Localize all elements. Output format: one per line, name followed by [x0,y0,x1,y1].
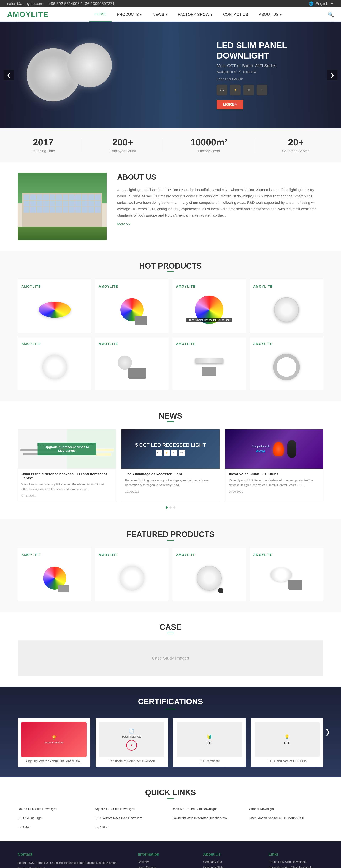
slim-panel-container [195,358,223,376]
nav-links-container: HOME PRODUCTS ▾ NEWS ▾ FACTORY SHOW ▾ CO… [89,7,287,22]
hero-next-arrow[interactable]: ❯ [327,69,337,80]
email-text: sales@amoylite.com [7,1,43,6]
nav-item-home[interactable]: HOME [89,7,112,22]
featured-card-2[interactable]: AMOYLITE [95,548,169,601]
hero-prev-arrow[interactable]: ❮ [4,69,14,80]
news-card-1[interactable]: Before After Upgrade fluorescent tubes t… [18,429,116,501]
panel-driver [202,367,216,376]
product-card-5[interactable]: AMOYLITE [18,337,91,390]
featured-grid: AMOYLITE AMOYLITE AMOYLITE [18,548,323,601]
product-image-3: Hinch Smart Flush Mount Ceiling Light [176,292,242,328]
featured-card-1[interactable]: AMOYLITE [18,548,91,601]
footer-about-company-style[interactable]: Company Style [203,866,258,868]
product-image-1 [22,292,88,328]
cert-card-3[interactable]: 🔰 ETL ETL Certificate [173,718,246,767]
footer-about-company-info[interactable]: Company Info [203,860,258,864]
product-card-6[interactable]: AMOYLITE [95,337,169,390]
footer-link-round[interactable]: Round LED Slim Downlights [268,860,323,864]
site-logo[interactable]: AMOYLITE [7,10,49,19]
news-content-2: The Advantage of Recessed Light Recessed… [121,468,219,497]
smart-bulb-shape [273,442,284,456]
product-card-3[interactable]: AMOYLITE Hinch Smart Flush Mount Ceiling… [172,279,246,333]
footer-link-team[interactable]: Team Service [138,866,193,868]
product-card-7[interactable]: AMOYLITE [172,337,246,390]
led-panel-oval-img [39,302,71,318]
stat-countries-label: Countries Served [282,149,310,153]
footer-about-title: About Us [203,852,258,857]
product-brand-5: AMOYLITE [22,342,88,346]
case-section: CASE Case Study Images [0,612,341,686]
quick-link-7[interactable]: Downlight With Integrated Junction-box [172,815,246,822]
hero-product-square [67,43,112,87]
cert-card-4[interactable]: 💡 ETL ETL Certificate of LED Bulb [251,718,323,767]
hero-desc2: Edge-lit or Back-lit [217,78,306,81]
featured-card-3[interactable]: AMOYLITE [172,548,246,601]
nav-item-about[interactable]: ABOUT US ▾ [253,7,287,22]
stat-factory: 10000m² Factory Cover [191,137,228,153]
news-title-3: Alexa Voice Smart LED Bulbs [229,472,319,476]
product-card-8[interactable]: AMOYLITE [250,337,323,390]
quick-link-5[interactable]: LED Ceiling Light [18,815,92,822]
quick-link-9[interactable]: LED Bulb [18,824,92,831]
nav-item-factory[interactable]: FACTORY SHOW ▾ [173,7,218,22]
ring-light-img [273,354,300,380]
main-navigation: AMOYLITE HOME PRODUCTS ▾ NEWS ▾ FACTORY … [0,7,341,22]
product-card-2[interactable]: AMOYLITE [95,279,169,333]
quick-link-8[interactable]: 8inch Motion Sensor Flush Mount Ceili... [249,815,323,822]
pagination-dot-2[interactable] [169,506,172,508]
quick-link-1[interactable]: Round LED Slim Downlight [18,806,92,812]
search-icon[interactable]: 🔍 [328,11,334,18]
cert-card-1[interactable]: 🏆 Award Certificate Alighting Award "Ann… [18,718,90,767]
product-image-8 [253,349,319,385]
product-brand-3: AMOYLITE [176,285,242,288]
quick-link-2[interactable]: Square LED Slim Downlight [95,806,169,812]
driver-knob [218,588,223,593]
product-brand-6: AMOYLITE [99,342,165,346]
cert-icon-2: 📄 [129,728,134,734]
news-content-1: What is the difference between LED and f… [18,468,116,501]
news-title-2: The Advantage of Recessed Light [125,472,216,476]
cert-white-etl: 🔰 ETL [177,722,242,757]
alexa-speaker-shape [287,440,296,458]
about-company-image [18,173,107,240]
cert-white-etl-bulb: 💡 ETL [255,722,320,757]
energy-badge: ⚡ [164,450,170,456]
hero-more-button[interactable]: MORE+ [217,100,243,110]
featured-card-4[interactable]: AMOYLITE [250,548,323,601]
quick-link-3[interactable]: Back-Me Round Slim Downlight [172,806,246,812]
flush-mount-container: Hinch Smart Flush Mount Ceiling Light [195,296,223,324]
news-title-1: What is the difference between LED and f… [22,472,112,480]
news-date-3: 05/06/2021 [229,490,319,493]
cert-red-award: 🏆 Award Certificate [21,722,87,757]
quick-link-10[interactable]: LED Strip [95,824,169,831]
cert-next-arrow[interactable]: ❯ [325,728,330,736]
nav-item-contact[interactable]: CONTACT US [218,7,253,22]
cert-card-2[interactable]: 📄 Patent Certificate ✦ Certificate of Pa… [95,718,168,767]
cert-icon-3: 🔰 [207,735,212,739]
nav-item-news[interactable]: NEWS ▾ [147,7,172,22]
news-card-2[interactable]: 5 CCT LED RECESSED LIGHT ETL ⚡ IC WiFi T… [121,429,220,501]
about-description: Amoy Lighting established in 2017, locat… [117,187,323,219]
footer-about-col: About Us Company Info Company Style [203,852,258,868]
hot-products-title: HOT PRODUCTS [18,261,323,270]
top-bar-lang[interactable]: 🌐 English ▼ [309,1,334,6]
nav-item-products[interactable]: PRODUCTS ▾ [112,7,147,22]
quick-link-4[interactable]: Gimbal Downlight [249,806,323,812]
stat-factory-label: Factory Cover [191,149,228,153]
pagination-dot-3[interactable] [173,506,175,508]
stat-employees: 200+ Employee Count [110,137,136,153]
footer-link-delivery[interactable]: Delivery [138,860,193,864]
product-card-1[interactable]: AMOYLITE [18,279,91,333]
footer-address: Room F 507, Torch P2, 12 Timing Industri… [18,860,127,868]
stat-countries-number: 20+ [282,137,310,148]
pagination-dot-1[interactable] [166,506,168,508]
product-card-4[interactable]: AMOYLITE [250,279,323,333]
cert-label-3: ETL Certificate [177,760,242,763]
news-card-3[interactable]: Compatible with alexa Alexa Voice Smart … [225,429,323,501]
featured-brand-1: AMOYLITE [22,553,88,557]
stat-founding-number: 2017 [31,137,55,148]
about-more-link[interactable]: More >> [117,222,130,226]
footer-link-backme[interactable]: Back-Me Round Slim Downlights [268,866,323,868]
featured-products-section: FEATURED PRODUCTS AMOYLITE AMOYLITE AMOY… [0,519,341,612]
quick-link-6[interactable]: LED Retrofit Recessed Downlight [95,815,169,822]
